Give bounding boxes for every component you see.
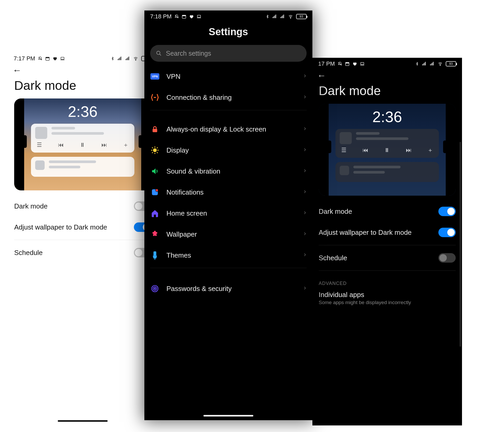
search-input[interactable]: Search settings [150, 45, 307, 62]
pause-icon: ⏸ [384, 147, 390, 154]
svg-rect-28 [274, 16, 274, 18]
toggle-wallpaper-row[interactable]: Adjust wallpaper to Dark mode [8, 217, 158, 238]
chevron-right-icon [303, 189, 307, 196]
wifi-icon [437, 61, 443, 66]
gesture-bar[interactable] [144, 415, 312, 417]
chevron-right-icon [303, 126, 307, 133]
svg-rect-33 [282, 15, 283, 18]
svg-rect-25 [182, 15, 186, 16]
laptop-icon [60, 56, 65, 61]
next-icon: ⏭ [406, 147, 412, 154]
chevron-right-icon [303, 210, 307, 217]
toggle-darkmode-row[interactable]: Dark mode [8, 196, 158, 217]
svg-point-23 [440, 65, 440, 66]
brush-icon [150, 251, 160, 260]
toggle-label: Adjust wallpaper to Dark mode [319, 228, 412, 237]
divider [14, 240, 151, 240]
back-button[interactable]: ← [312, 69, 462, 82]
phone-darkmode-light: 7:17 PM 93 ← Dark mode 2:36 [8, 53, 158, 425]
page-title: Dark mode [312, 82, 462, 104]
mute-icon [338, 61, 342, 66]
row-subtext: Some apps might be displayed incorrectly [312, 300, 462, 305]
wifi-icon [133, 56, 139, 61]
signal-icon [280, 14, 285, 19]
chevron-right-icon [303, 252, 307, 259]
notif-icon [150, 188, 160, 197]
pause-icon: ⏸ [80, 142, 85, 148]
settings-item-security[interactable]: Passwords & security [144, 278, 312, 299]
toggle-wallpaper[interactable] [438, 228, 456, 237]
speaker-icon [150, 166, 160, 176]
individual-apps-row[interactable]: Individual apps [312, 289, 462, 300]
back-button[interactable]: ← [8, 64, 158, 77]
settings-item-homescreen[interactable]: Home screen [144, 203, 312, 224]
svg-text:VPN: VPN [152, 75, 158, 78]
preview-clock: 2:36 [319, 108, 456, 126]
settings-list: VPNVPNConnection & sharingAlways-on disp… [144, 66, 312, 299]
divider [319, 270, 456, 271]
settings-item-sound[interactable]: Sound & vibration [144, 161, 312, 182]
settings-item-label: Themes [166, 251, 296, 260]
finger-icon [150, 284, 160, 293]
darkmode-preview: 2:36 ☰ ⏮ ⏸ ⏭ ＋ [14, 98, 151, 190]
toggle-label: Adjust wallpaper to Dark mode [14, 223, 107, 232]
signal-icon [125, 56, 130, 61]
svg-rect-39 [153, 129, 157, 132]
bluetooth-icon [111, 56, 114, 61]
svg-rect-21 [432, 63, 433, 66]
signal-icon [272, 14, 277, 19]
flower-icon [150, 230, 160, 239]
chevron-right-icon [303, 73, 307, 80]
svg-point-40 [153, 148, 157, 152]
svg-rect-10 [129, 57, 129, 60]
toggle-darkmode[interactable] [438, 207, 456, 216]
scrollbar[interactable] [460, 142, 461, 347]
page-title: Dark mode [8, 77, 158, 98]
settings-item-notifications[interactable]: Notifications [144, 182, 312, 203]
vpn-icon: VPN [150, 72, 160, 81]
list-icon: ☰ [341, 147, 346, 154]
settings-item-wallpaper[interactable]: Wallpaper [144, 224, 312, 245]
svg-rect-7 [126, 59, 126, 60]
svg-rect-30 [276, 15, 276, 18]
settings-item-themes[interactable]: Themes [144, 245, 312, 266]
status-bar: 7:18 PM 93 [144, 11, 312, 22]
chevron-right-icon [303, 168, 307, 175]
svg-rect-6 [121, 57, 121, 60]
settings-item-label: Display [166, 146, 296, 155]
toggle-darkmode-row[interactable]: Dark mode [312, 201, 462, 222]
battery-icon: 93 [446, 61, 456, 66]
heart-icon [189, 14, 194, 19]
calendar-icon [45, 56, 50, 61]
mute-icon [174, 14, 179, 19]
bluetooth-icon [415, 61, 419, 66]
search-icon [156, 50, 162, 56]
toggle-label: Schedule [14, 248, 43, 257]
toggle-wallpaper-row[interactable]: Adjust wallpaper to Dark mode [312, 222, 462, 243]
status-bar: 17 PM 93 [312, 58, 462, 69]
settings-item-vpn[interactable]: VPNVPN [144, 66, 312, 87]
settings-item-connshare[interactable]: Connection & sharing [144, 87, 312, 108]
settings-item-label: Connection & sharing [166, 93, 296, 102]
darkmode-preview: 2:36 ☰ ⏮ ⏸ ⏭ ＋ [319, 104, 456, 196]
gesture-bar[interactable] [8, 420, 158, 422]
settings-item-aod[interactable]: Always-on display & Lock screen [144, 119, 312, 140]
settings-item-label: Sound & vibration [166, 167, 296, 176]
preview-clock: 2:36 [14, 103, 151, 120]
prev-icon: ⏮ [58, 142, 64, 148]
svg-rect-14 [361, 63, 364, 65]
svg-rect-32 [281, 16, 282, 18]
toggle-schedule[interactable] [438, 253, 456, 263]
divider [150, 268, 307, 268]
signal-icon [422, 61, 427, 66]
toggle-schedule-row[interactable]: Schedule [312, 247, 462, 268]
divider [150, 110, 307, 110]
settings-item-display[interactable]: Display [144, 140, 312, 161]
svg-rect-18 [425, 62, 426, 66]
svg-rect-4 [119, 58, 119, 60]
toggle-label: Dark mode [14, 202, 48, 211]
svg-rect-15 [422, 64, 423, 66]
svg-point-35 [290, 18, 291, 18]
toggle-schedule-row[interactable]: Schedule [8, 242, 158, 263]
laptop-icon [360, 61, 365, 66]
